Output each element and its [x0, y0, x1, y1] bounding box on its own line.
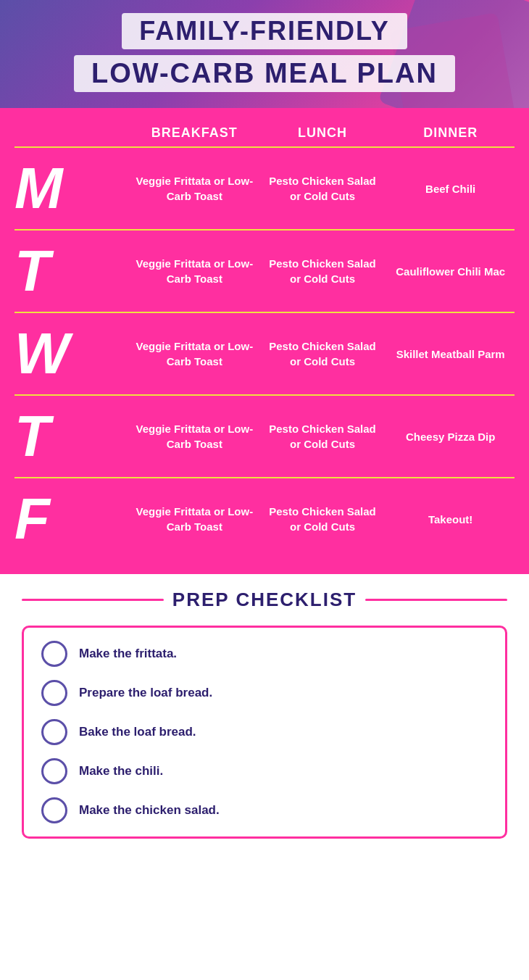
day-cell-monday: M [14, 154, 130, 223]
lunch-tuesday: Pesto Chicken Salad or Cold Cuts [259, 236, 387, 306]
column-headers: BREAKFAST LUNCH DINNER [14, 115, 515, 146]
lunch-wednesday: Pesto Chicken Salad or Cold Cuts [259, 319, 387, 389]
title-line1: FAMILY-FRIENDLY [122, 13, 407, 49]
dinner-monday: Beef Chili [386, 154, 515, 223]
day-letter-thursday: T [14, 407, 50, 465]
day-cell-wednesday: W [14, 319, 130, 389]
checklist-label-2: Prepare the loaf bread. [79, 686, 212, 700]
table-row: W Veggie Frittata or Low-Carb Toast Pest… [14, 312, 515, 394]
breakfast-friday: Veggie Frittata or Low-Carb Toast [130, 484, 259, 554]
lunch-friday: Pesto Chicken Salad or Cold Cuts [259, 484, 387, 554]
day-letter-friday: F [14, 490, 50, 548]
dinner-wednesday: Skillet Meatball Parm [386, 319, 515, 389]
prep-title-row: PREP CHECKLIST [22, 589, 507, 611]
checklist-box: Make the frittata. Prepare the loaf brea… [22, 626, 507, 839]
breakfast-tuesday: Veggie Frittata or Low-Carb Toast [130, 236, 259, 306]
col-breakfast-header: BREAKFAST [130, 115, 259, 146]
list-item: Make the chili. [41, 758, 488, 784]
prep-title: PREP CHECKLIST [172, 589, 357, 611]
lunch-monday: Pesto Chicken Salad or Cold Cuts [259, 154, 387, 223]
dinner-tuesday: Cauliflower Chili Mac [386, 236, 515, 306]
checkbox-circle-5[interactable] [41, 797, 67, 823]
breakfast-thursday: Veggie Frittata or Low-Carb Toast [130, 402, 259, 471]
checklist-label-3: Bake the loaf bread. [79, 725, 196, 739]
checkbox-circle-4[interactable] [41, 758, 67, 784]
lunch-thursday: Pesto Chicken Salad or Cold Cuts [259, 402, 387, 471]
day-cell-tuesday: T [14, 236, 130, 306]
checkbox-circle-2[interactable] [41, 680, 67, 706]
list-item: Prepare the loaf bread. [41, 680, 488, 706]
col-dinner-header: DINNER [386, 115, 515, 146]
list-item: Make the frittata. [41, 641, 488, 667]
table-row: F Veggie Frittata or Low-Carb Toast Pest… [14, 477, 515, 560]
checklist-label-1: Make the frittata. [79, 647, 177, 661]
table-row: M Veggie Frittata or Low-Carb Toast Pest… [14, 146, 515, 229]
day-cell-thursday: T [14, 402, 130, 471]
list-item: Make the chicken salad. [41, 797, 488, 823]
prep-checklist-section: PREP CHECKLIST Make the frittata. Prepar… [0, 574, 529, 860]
breakfast-monday: Veggie Frittata or Low-Carb Toast [130, 154, 259, 223]
checklist-label-5: Make the chicken salad. [79, 803, 220, 818]
prep-line-left [22, 599, 164, 601]
breakfast-wednesday: Veggie Frittata or Low-Carb Toast [130, 319, 259, 389]
table-row: T Veggie Frittata or Low-Carb Toast Pest… [14, 394, 515, 477]
day-cell-friday: F [14, 484, 130, 554]
checkbox-circle-3[interactable] [41, 719, 67, 745]
dinner-thursday: Cheesy Pizza Dip [386, 402, 515, 471]
day-letter-monday: M [14, 159, 63, 217]
page-header: FAMILY-FRIENDLY LOW-CARB MEAL PLAN [0, 0, 529, 108]
col-lunch-header: LUNCH [259, 115, 387, 146]
title-line2: LOW-CARB MEAL PLAN [74, 55, 455, 92]
table-row: T Veggie Frittata or Low-Carb Toast Pest… [14, 229, 515, 312]
day-letter-tuesday: T [14, 242, 50, 300]
checkbox-circle-1[interactable] [41, 641, 67, 667]
prep-line-right [365, 599, 507, 601]
dinner-friday: Takeout! [386, 484, 515, 554]
checklist-label-4: Make the chili. [79, 764, 163, 778]
meal-plan-section: BREAKFAST LUNCH DINNER M Veggie Frittata… [0, 108, 529, 574]
list-item: Bake the loaf bread. [41, 719, 488, 745]
col-day-header [14, 115, 130, 146]
day-letter-wednesday: W [14, 325, 70, 383]
